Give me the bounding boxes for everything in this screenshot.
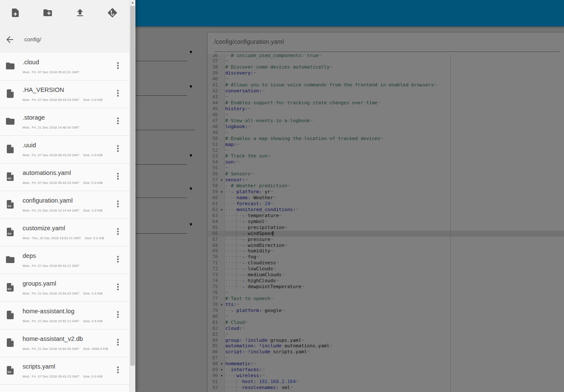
file-meta: Mod.: Fri, 21 Dec 2018 10:54:42 GMTSize:… [23, 292, 103, 295]
kebab-menu-button[interactable] [114, 225, 122, 238]
file-item[interactable]: home-assistant.logMod.: Fri, 21 Dec 2018… [0, 302, 129, 329]
upload-button[interactable] [74, 7, 86, 18]
svg-text:<>: <> [7, 204, 11, 208]
scrollbar-up-icon[interactable]: ▲ [130, 1, 135, 4]
kebab-menu-button[interactable] [114, 170, 122, 183]
new-file-button[interactable] [10, 7, 21, 18]
svg-text:<>: <> [7, 287, 11, 291]
kebab-menu-button[interactable] [114, 197, 122, 210]
file-name: automations.yaml [23, 169, 71, 176]
file-icon [5, 144, 15, 154]
git-branch-icon [107, 8, 118, 18]
folder-icon [5, 255, 15, 265]
file-item[interactable]: <>groups.yamlMod.: Fri, 21 Dec 2018 10:5… [0, 274, 129, 302]
svg-text:<>: <> [7, 370, 11, 374]
back-button[interactable] [4, 34, 15, 46]
file-meta: Mod.: Fri, 21 Dec 2018 10:13:44 GMTSize:… [23, 209, 103, 212]
breadcrumb: config/ [24, 36, 41, 43]
file-item[interactable]: .cloudMod.: Fri, 07 Dec 2018 05:43:31 GM… [0, 53, 129, 80]
file-meta: Mod.: Fri, 07 Dec 2018 05:43:29 GMTSize:… [23, 153, 103, 157]
file-meta: Mod.: Fri, 21 Dec 2018 14:48:30 GMT [23, 126, 79, 129]
arrow-back-icon [5, 40, 15, 46]
upload-icon [74, 8, 86, 18]
kebab-menu-button[interactable] [114, 114, 122, 127]
breadcrumb-row: config/ [0, 34, 129, 46]
file-item[interactable]: .HA_VERSIONMod.: Fri, 07 Dec 2018 05:43:… [0, 80, 129, 108]
file-icon [5, 89, 15, 99]
file-icon [5, 338, 15, 348]
file-name: home-assistant.log [23, 308, 74, 315]
file-meta: Mod.: Fri, 07 Dec 2018 05:43:23 GMTSize:… [23, 181, 103, 185]
file-name: customize.yaml [23, 225, 65, 232]
file-name: .HA_VERSION [23, 86, 64, 93]
file-meta: Mod.: Fri, 07 Dec 2018 05:43:23 GMTSize:… [23, 375, 103, 378]
code-icon: <> [5, 365, 15, 375]
svg-text:<>: <> [7, 232, 11, 236]
file-name: home-assistant_v2.db [23, 335, 83, 342]
scrollbar-thumb[interactable] [130, 6, 135, 366]
file-item[interactable]: depsMod.: Fri, 07 Dec 2018 05:43:21 GMT [0, 246, 129, 274]
drawer-header: config/ [0, 0, 129, 53]
kebab-menu-button[interactable] [114, 363, 122, 376]
kebab-menu-button[interactable] [114, 280, 122, 293]
code-icon: <> [5, 199, 15, 209]
file-meta: Mod.: Fri, 21 Dec 2018 10:52:12 GMTSize:… [23, 319, 103, 323]
file-name: .cloud [23, 59, 39, 66]
new-folder-button[interactable] [42, 7, 53, 18]
kebab-menu-button[interactable] [114, 87, 122, 100]
code-icon: <> [5, 227, 15, 237]
svg-text:<>: <> [7, 177, 11, 180]
kebab-menu-button[interactable] [114, 59, 122, 72]
file-item[interactable]: .storageMod.: Fri, 21 Dec 2018 14:48:30 … [0, 108, 129, 136]
file-meta: Mod.: Fri, 07 Dec 2018 05:43:31 GMT [23, 70, 79, 74]
file-item[interactable]: <>automations.yamlMod.: Fri, 07 Dec 2018… [0, 163, 129, 191]
file-browser-drawer: config/ .cloudMod.: Fri, 07 Dec 2018 05:… [0, 0, 135, 392]
kebab-menu-button[interactable] [114, 253, 122, 266]
drawer-toolbar [0, 7, 129, 18]
folder-icon [5, 61, 15, 71]
file-name: scripts.yaml [23, 363, 55, 370]
file-list: .cloudMod.: Fri, 07 Dec 2018 05:43:31 GM… [0, 53, 129, 385]
new-folder-icon [42, 8, 53, 18]
file-meta: Mod.: Thu, 20 Dec 2018 18:51:21 GMTSize:… [23, 236, 104, 240]
file-name: .storage [23, 114, 45, 121]
kebab-menu-button[interactable] [114, 336, 122, 349]
code-icon: <> [5, 172, 15, 182]
new-file-icon [10, 8, 21, 18]
file-item[interactable]: home-assistant_v2.dbMod.: Fri, 21 Dec 20… [0, 329, 129, 357]
git-button[interactable] [107, 7, 118, 18]
file-item[interactable]: <>configuration.yamlMod.: Fri, 21 Dec 20… [0, 191, 129, 219]
drawer-scrollbar[interactable]: ▲ [129, 0, 135, 392]
file-icon [5, 310, 15, 320]
file-item[interactable]: <>customize.yamlMod.: Thu, 20 Dec 2018 1… [0, 219, 129, 246]
file-name: deps [23, 252, 36, 259]
code-icon: <> [5, 282, 15, 292]
kebab-menu-button[interactable] [114, 308, 122, 321]
kebab-menu-button[interactable] [114, 142, 122, 155]
file-meta: Mod.: Fri, 07 Dec 2018 05:43:23 GMTSize:… [23, 98, 103, 102]
file-name: configuration.yaml [23, 197, 73, 204]
file-name: groups.yaml [23, 280, 56, 287]
file-item[interactable]: .uuidMod.: Fri, 07 Dec 2018 05:43:29 GMT… [0, 136, 129, 163]
file-name: .uuid [23, 142, 36, 149]
file-meta: Mod.: Fri, 21 Dec 2018 14:54:30 GMTSize:… [23, 347, 108, 351]
folder-icon [5, 116, 15, 126]
file-item[interactable]: <>scripts.yamlMod.: Fri, 07 Dec 2018 05:… [0, 357, 129, 385]
file-meta: Mod.: Fri, 07 Dec 2018 05:43:21 GMT [23, 264, 79, 268]
app-root: ▼ ▼ ▼ ▼ ▼ /config/configuration.yaml 36·… [0, 0, 564, 392]
